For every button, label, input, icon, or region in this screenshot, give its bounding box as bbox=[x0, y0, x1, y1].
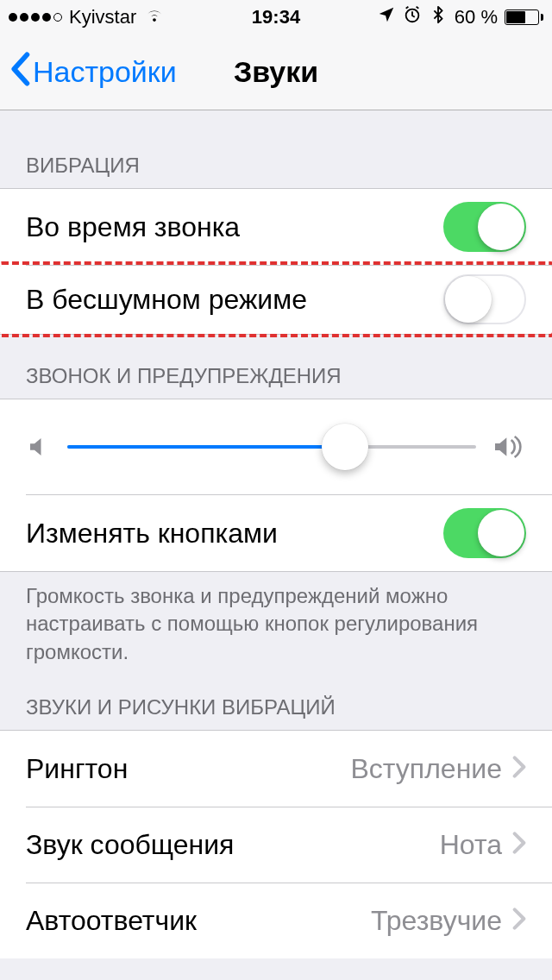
row-text-tone[interactable]: Звук сообщения Нота bbox=[0, 807, 552, 883]
row-label: Автоответчик bbox=[26, 905, 371, 937]
status-time: 19:34 bbox=[252, 6, 300, 28]
toggle-vibrate-on-silent[interactable] bbox=[443, 274, 526, 324]
alarm-icon bbox=[403, 5, 422, 29]
vibration-group: Во время звонка В бесшумном режиме bbox=[0, 188, 552, 335]
row-label: Во время звонка bbox=[26, 211, 443, 243]
row-volume-slider bbox=[0, 399, 552, 494]
row-label: В бесшумном режиме bbox=[26, 284, 443, 316]
location-icon bbox=[377, 5, 396, 29]
status-left: Kyivstar bbox=[9, 4, 166, 30]
bluetooth-icon bbox=[429, 5, 448, 29]
row-voicemail[interactable]: Автоответчик Трезвучие bbox=[0, 883, 552, 958]
row-ringtone[interactable]: Рингтон Вступление bbox=[0, 731, 552, 807]
chevron-right-icon bbox=[512, 831, 526, 858]
row-vibrate-on-ring[interactable]: Во время звонка bbox=[0, 189, 552, 265]
back-button[interactable]: Настройки bbox=[0, 35, 177, 110]
row-label: Звук сообщения bbox=[26, 829, 440, 861]
section-footer-ringer: Громкость звонка и предупреждений можно … bbox=[0, 572, 552, 673]
battery-percent: 60 % bbox=[455, 6, 498, 28]
nav-bar: Настройки Звуки bbox=[0, 35, 552, 110]
status-bar: Kyivstar 19:34 60 % bbox=[0, 0, 552, 35]
chevron-right-icon bbox=[512, 907, 526, 934]
ringer-group: Изменять кнопками bbox=[0, 399, 552, 572]
chevron-left-icon bbox=[9, 52, 33, 93]
signal-strength-icon bbox=[9, 13, 62, 22]
row-value: Вступление bbox=[351, 753, 503, 785]
section-header-ringer: ЗВОНОК И ПРЕДУПРЕЖДЕНИЯ bbox=[0, 335, 552, 399]
section-header-patterns: ЗВУКИ И РИСУНКИ ВИБРАЦИЙ bbox=[0, 673, 552, 730]
row-change-with-buttons[interactable]: Изменять кнопками bbox=[0, 495, 552, 571]
carrier-label: Kyivstar bbox=[69, 6, 136, 28]
wifi-icon bbox=[143, 4, 166, 30]
speaker-high-icon bbox=[492, 432, 526, 462]
row-label: Изменять кнопками bbox=[26, 518, 443, 550]
row-value: Нота bbox=[440, 829, 502, 861]
page-title: Звуки bbox=[234, 55, 318, 89]
chevron-right-icon bbox=[512, 755, 526, 782]
row-label: Рингтон bbox=[26, 753, 351, 785]
volume-slider[interactable] bbox=[67, 430, 476, 464]
status-right: 60 % bbox=[377, 5, 543, 29]
speaker-low-icon bbox=[26, 434, 52, 460]
row-vibrate-on-silent[interactable]: В бесшумном режиме bbox=[0, 261, 552, 337]
sounds-group: Рингтон Вступление Звук сообщения Нота А… bbox=[0, 730, 552, 958]
section-header-vibration: ВИБРАЦИЯ bbox=[0, 110, 552, 188]
toggle-change-with-buttons[interactable] bbox=[443, 508, 526, 558]
toggle-vibrate-on-ring[interactable] bbox=[443, 202, 526, 252]
battery-icon bbox=[505, 9, 543, 25]
back-label: Настройки bbox=[33, 55, 177, 89]
row-value: Трезвучие bbox=[371, 905, 502, 937]
